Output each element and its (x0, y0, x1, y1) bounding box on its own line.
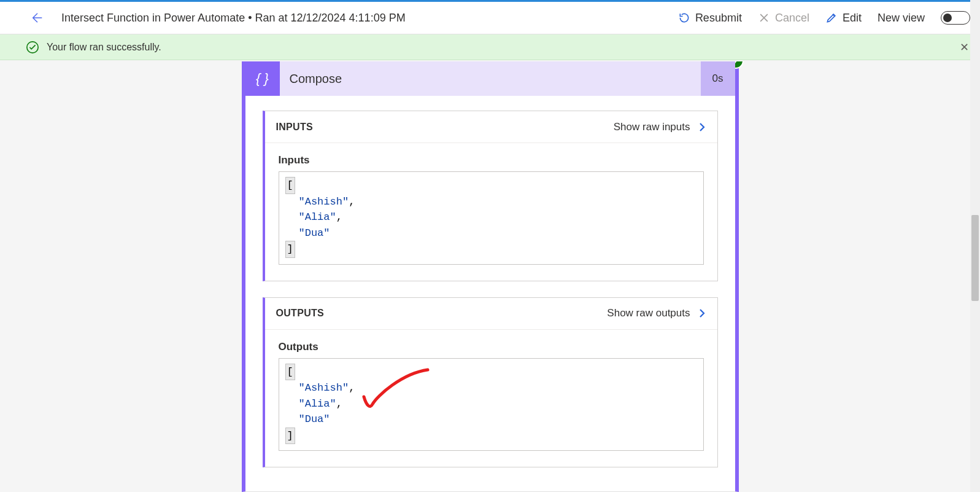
card-title: Compose (280, 72, 342, 86)
outputs-json: [ "Ashish", "Alia", "Dua" ] (279, 358, 704, 451)
inputs-header-label: INPUTS (276, 122, 313, 133)
outputs-section: OUTPUTS Show raw outputs Outputs [ "Ashi… (263, 297, 718, 468)
outputs-header-row: OUTPUTS Show raw outputs (265, 298, 717, 330)
success-message: Your flow ran successfully. (47, 42, 161, 53)
show-raw-inputs-link[interactable]: Show raw inputs (614, 121, 708, 133)
ran-at: Ran at 12/12/2024 4:11:09 PM (255, 12, 405, 24)
card-duration: 0s (701, 61, 735, 96)
title-separator: • (245, 12, 255, 24)
inputs-sub-body: Inputs [ "Ashish", "Alia", "Dua" ] (265, 143, 717, 281)
success-banner: Your flow ran successfully. ✕ (0, 34, 980, 60)
inputs-value-2: Dua (305, 227, 324, 239)
inputs-header-row: INPUTS Show raw inputs (265, 111, 717, 143)
inputs-value-1: Alia (305, 211, 330, 223)
resubmit-label: Resubmit (695, 12, 742, 25)
card-body: INPUTS Show raw inputs Inputs [ "Ashish"… (245, 96, 735, 492)
show-raw-inputs-label: Show raw inputs (614, 121, 690, 133)
chevron-right-icon (696, 122, 708, 133)
success-check-icon (26, 41, 39, 54)
outputs-sub-label: Outputs (279, 341, 704, 353)
outputs-value-0: Ashish (305, 382, 342, 394)
new-view-toggle[interactable] (941, 11, 970, 25)
outputs-sub-body: Outputs [ "Ashish", "Alia", "Dua" ] (265, 330, 717, 467)
card-header[interactable]: { } Compose 0s (245, 61, 735, 96)
resubmit-button[interactable]: Resubmit (678, 12, 742, 25)
resubmit-icon (678, 12, 690, 24)
inputs-json: [ "Ashish", "Alia", "Dua" ] (279, 171, 704, 265)
back-arrow-icon[interactable] (31, 11, 44, 25)
cancel-button: Cancel (758, 12, 809, 25)
cancel-label: Cancel (775, 12, 809, 25)
outputs-value-1: Alia (305, 398, 330, 410)
scrollbar-thumb[interactable] (971, 215, 979, 301)
new-view-label: New view (878, 12, 925, 25)
edit-label: Edit (843, 12, 862, 25)
compose-icon: { } (245, 61, 280, 96)
inputs-sub-label: Inputs (279, 154, 704, 166)
show-raw-outputs-label: Show raw outputs (607, 307, 690, 319)
toolbar-actions: Resubmit Cancel Edit New view (678, 11, 970, 25)
inputs-section: INPUTS Show raw inputs Inputs [ "Ashish"… (263, 111, 718, 281)
canvas-area: { } Compose 0s INPUTS Show raw inputs In… (0, 61, 980, 492)
edit-button[interactable]: Edit (825, 12, 862, 25)
close-banner-icon[interactable]: ✕ (960, 41, 969, 54)
chevron-right-icon (696, 308, 708, 319)
compose-action-card: { } Compose 0s INPUTS Show raw inputs In… (242, 61, 739, 492)
inputs-value-0: Ashish (305, 196, 342, 208)
outputs-header-label: OUTPUTS (276, 308, 325, 319)
edit-icon (825, 12, 838, 24)
flow-name: Intersect Function in Power Automate (61, 12, 245, 24)
cancel-icon (758, 12, 770, 24)
scrollbar[interactable] (970, 0, 980, 492)
show-raw-outputs-link[interactable]: Show raw outputs (607, 307, 707, 319)
flow-run-title: Intersect Function in Power Automate • R… (61, 12, 678, 25)
top-toolbar: Intersect Function in Power Automate • R… (0, 0, 980, 34)
outputs-value-2: Dua (305, 413, 324, 425)
